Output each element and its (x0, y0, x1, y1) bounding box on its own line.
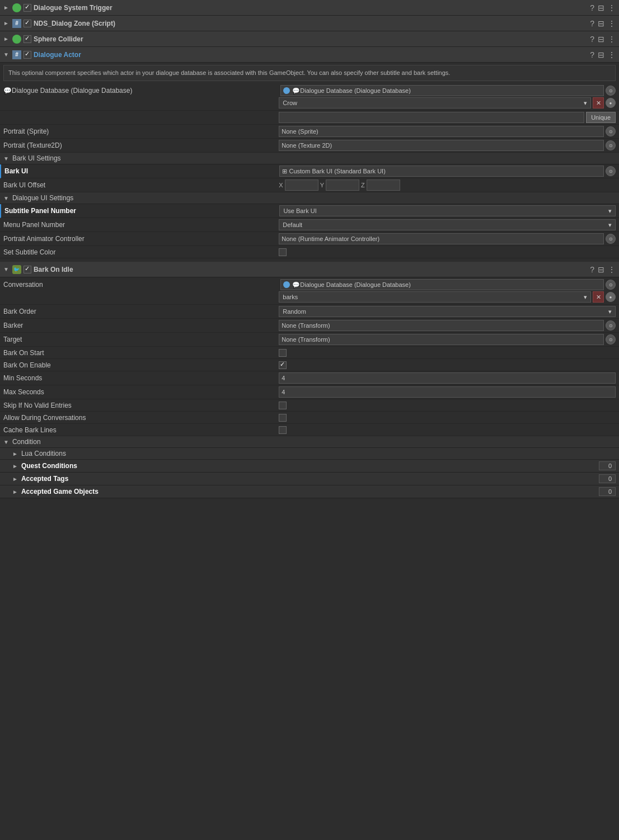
trigger-menu-icon[interactable]: ⋮ (608, 4, 616, 12)
conversation-target-btn[interactable]: ⊙ (606, 280, 616, 290)
quest-conditions-section[interactable]: ► Quest Conditions 0 (0, 460, 619, 473)
collapse-arrow-nds[interactable]: ► (3, 20, 9, 26)
condition-arrow[interactable]: ▼ (3, 439, 9, 445)
accepted-tags-section[interactable]: ► Accepted Tags 0 (0, 473, 619, 485)
cache-bark-checkbox[interactable] (279, 426, 287, 434)
actor-dropdown[interactable]: Crow ▾ (279, 97, 591, 108)
bark-ui-field[interactable]: ⊞ Custom Bark UI (Standard Bark UI) (279, 166, 604, 177)
bark-ui-settings-section[interactable]: ▼ Bark UI Settings (0, 153, 619, 164)
bark-help-icon[interactable]: ? (590, 266, 594, 273)
bark-on-start-label: Bark On Start (3, 349, 279, 357)
trigger-sliders-icon[interactable]: ⊟ (598, 4, 604, 12)
condition-section[interactable]: ▼ Condition (0, 436, 619, 448)
sphere-enabled-checkbox[interactable] (24, 35, 31, 43)
portrait-texture-field[interactable]: None (Texture 2D) (279, 140, 604, 151)
trigger-enabled-checkbox[interactable] (24, 4, 31, 12)
accepted-tags-arrow[interactable]: ► (12, 476, 18, 482)
trigger-help-icon[interactable]: ? (590, 4, 594, 12)
actor-dot-btn[interactable]: ● (606, 98, 616, 108)
menu-panel-dropdown[interactable]: Default ▾ (279, 219, 616, 230)
lua-conditions-section[interactable]: ► Lua Conditions (0, 448, 619, 460)
bark-ui-target[interactable]: ⊙ (606, 166, 616, 176)
nds-menu-icon[interactable]: ⋮ (608, 20, 616, 27)
dialogue-system-trigger-header: ► Dialogue System Trigger ? ⊟ ⋮ (0, 0, 619, 16)
actor-title: Dialogue Actor (34, 51, 588, 59)
nds-sliders-icon[interactable]: ⊟ (598, 20, 604, 27)
portrait-animator-field[interactable]: None (Runtime Animator Controller) (279, 233, 604, 244)
quest-conditions-count: 0 (599, 461, 616, 470)
bark-title: Bark On Idle (34, 266, 588, 273)
conversation-x-btn[interactable]: ✕ (593, 291, 604, 303)
subtitle-panel-dropdown[interactable]: Use Bark UI ▾ (279, 205, 616, 216)
bark-on-start-checkbox[interactable] (279, 349, 287, 357)
collapse-arrow-bark[interactable]: ▼ (3, 266, 9, 272)
persistent-data-input[interactable] (279, 112, 584, 123)
barker-target[interactable]: ⊙ (606, 320, 616, 331)
bark-enabled-checkbox[interactable] (24, 266, 31, 273)
portrait-sprite-field[interactable]: None (Sprite) (279, 126, 604, 137)
conversation-dot-btn[interactable]: ● (606, 292, 616, 302)
barker-field[interactable]: None (Transform) (279, 320, 604, 331)
nds-help-icon[interactable]: ? (590, 20, 594, 27)
target-field[interactable]: None (Transform) (279, 334, 604, 345)
bark-ui-row: Bark UI ⊞ Custom Bark UI (Standard Bark … (0, 164, 619, 178)
actor-menu-icon[interactable]: ⋮ (608, 51, 616, 59)
portrait-texture-target[interactable]: ⊙ (606, 140, 616, 150)
nds-enabled-checkbox[interactable] (24, 20, 31, 27)
sphere-header-icons: ? ⊟ ⋮ (590, 35, 616, 43)
bark-order-dropdown[interactable]: Random ▾ (279, 306, 616, 317)
min-seconds-label: Min Seconds (3, 374, 279, 382)
lua-conditions-arrow[interactable]: ► (12, 451, 18, 457)
skip-no-valid-label: Skip If No Valid Entries (3, 402, 279, 409)
bark-menu-icon[interactable]: ⋮ (608, 266, 616, 273)
actor-x-btn[interactable]: ✕ (593, 97, 604, 108)
quest-conditions-arrow[interactable]: ► (12, 463, 18, 469)
unique-btn[interactable]: Unique (586, 112, 616, 123)
bark-ui-offset-label: Bark UI Offset (3, 181, 279, 189)
portrait-texture-label: Portrait (Texture2D) (3, 141, 279, 149)
trigger-title: Dialogue System Trigger (34, 4, 588, 12)
portrait-animator-row: Portrait Animator Controller None (Runti… (0, 232, 619, 246)
offset-x-input[interactable]: 0 (285, 180, 318, 191)
collapse-arrow-sphere[interactable]: ► (3, 36, 9, 42)
sphere-menu-icon[interactable]: ⋮ (608, 35, 616, 43)
dialogue-ui-settings-arrow[interactable]: ▼ (3, 195, 9, 201)
accepted-game-objects-count: 0 (599, 487, 616, 496)
conversation-db-field[interactable]: 💬Dialogue Database (Dialogue Database) (280, 279, 604, 290)
portrait-sprite-target[interactable]: ⊙ (606, 126, 616, 136)
max-seconds-input[interactable] (279, 386, 616, 398)
portrait-animator-target[interactable]: ⊙ (606, 234, 616, 244)
skip-no-valid-checkbox[interactable] (279, 402, 287, 409)
dialogue-ui-settings-section[interactable]: ▼ Dialogue UI Settings (0, 192, 619, 204)
collapse-arrow-trigger[interactable]: ► (3, 4, 9, 11)
set-subtitle-color-label: Set Subtitle Color (3, 248, 279, 256)
cache-bark-row: Cache Bark Lines (0, 424, 619, 436)
actor-enabled-checkbox[interactable] (24, 51, 31, 59)
actor-db-icon (283, 87, 290, 94)
set-subtitle-color-checkbox[interactable] (279, 248, 287, 256)
conversation-dropdown[interactable]: barks ▾ (279, 291, 591, 303)
barker-label: Barker (3, 322, 279, 329)
allow-during-conv-checkbox[interactable] (279, 414, 287, 422)
target-target-btn[interactable]: ⊙ (606, 334, 616, 345)
sphere-sliders-icon[interactable]: ⊟ (598, 35, 604, 43)
y-label: Y (320, 182, 324, 188)
sphere-icon (12, 35, 21, 44)
actor-db-field[interactable]: 💬Dialogue Database (Dialogue Database) (280, 85, 604, 96)
actor-help-icon[interactable]: ? (590, 51, 594, 59)
sphere-help-icon[interactable]: ? (590, 35, 594, 43)
trigger-header-icons: ? ⊟ ⋮ (590, 4, 616, 12)
bark-sliders-icon[interactable]: ⊟ (598, 266, 604, 273)
min-seconds-row: Min Seconds (0, 371, 619, 385)
accepted-game-objects-section[interactable]: ► Accepted Game Objects 0 (0, 485, 619, 498)
actor-sliders-icon[interactable]: ⊟ (598, 51, 604, 59)
target-label: Target (3, 336, 279, 343)
min-seconds-input[interactable] (279, 372, 616, 384)
actor-target-btn[interactable]: ⊙ (606, 86, 616, 96)
collapse-arrow-actor[interactable]: ▼ (3, 51, 9, 58)
bark-on-enable-checkbox[interactable] (279, 361, 287, 369)
offset-y-input[interactable]: 2 (326, 180, 359, 191)
bark-ui-settings-arrow[interactable]: ▼ (3, 155, 9, 162)
offset-z-input[interactable]: 0 (367, 180, 400, 191)
accepted-game-objects-arrow[interactable]: ► (12, 489, 18, 495)
